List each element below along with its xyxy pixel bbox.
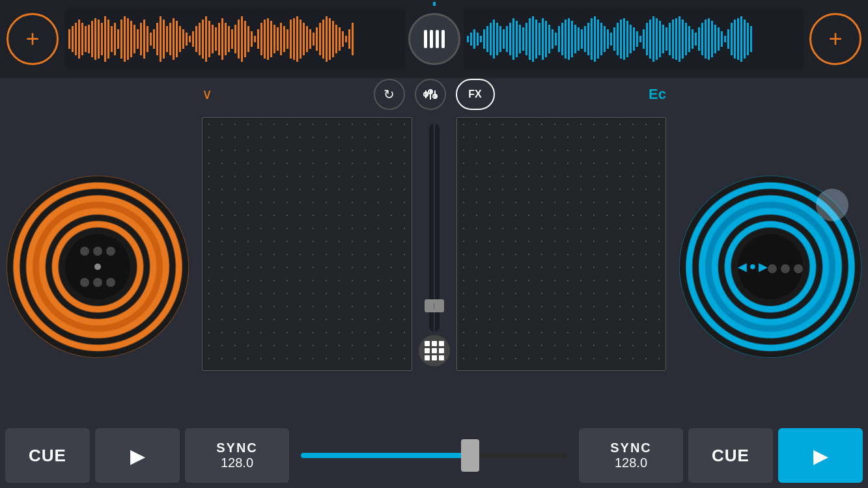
svg-rect-56 [247, 26, 249, 52]
svg-rect-3 [75, 23, 77, 55]
svg-rect-139 [626, 21, 628, 57]
turntable-right[interactable]: ◀ ● ▶ [673, 117, 868, 416]
svg-rect-168 [721, 31, 723, 47]
svg-rect-169 [724, 36, 726, 42]
sync-right-bpm: 128.0 [615, 455, 647, 470]
add-left-button[interactable]: + [7, 13, 59, 65]
sync-left-bpm: 128.0 [221, 455, 253, 470]
svg-rect-26 [150, 33, 152, 46]
svg-rect-106 [519, 25, 521, 53]
eq-pad-right[interactable] [456, 117, 667, 371]
svg-rect-152 [669, 23, 671, 55]
top-bar: + 003Next Level.mp3 0:00 [0, 0, 868, 78]
svg-rect-113 [542, 18, 544, 60]
svg-rect-126 [584, 26, 586, 52]
svg-rect-10 [98, 20, 100, 59]
svg-rect-39 [192, 31, 194, 47]
svg-rect-123 [574, 25, 576, 53]
crossfader-handle[interactable] [461, 439, 479, 472]
svg-rect-15 [114, 23, 116, 55]
svg-rect-6 [85, 26, 87, 52]
svg-rect-65 [277, 27, 279, 51]
svg-rect-52 [234, 25, 236, 53]
svg-rect-75 [309, 29, 311, 49]
svg-rect-40 [195, 26, 197, 52]
cue-right-button[interactable]: CUE [688, 428, 773, 483]
svg-rect-46 [215, 27, 217, 51]
svg-rect-57 [251, 31, 253, 47]
mixer [195, 111, 673, 423]
turntable-left[interactable] [0, 117, 195, 416]
play-pause-button[interactable] [408, 13, 460, 65]
svg-rect-146 [649, 20, 651, 59]
svg-rect-143 [639, 36, 641, 42]
fx-label: FX [468, 88, 481, 100]
svg-rect-37 [186, 33, 188, 46]
svg-rect-121 [568, 18, 570, 60]
svg-rect-47 [218, 23, 220, 55]
svg-rect-174 [740, 16, 742, 62]
svg-rect-177 [750, 26, 752, 52]
vinyl-right[interactable]: ◀ ● ▶ [679, 176, 861, 358]
svg-rect-11 [101, 23, 103, 55]
svg-rect-20 [130, 21, 132, 57]
svg-rect-43 [205, 16, 207, 62]
svg-rect-72 [300, 20, 301, 59]
plus-icon-left: + [25, 27, 39, 51]
svg-rect-48 [221, 18, 223, 60]
svg-rect-78 [319, 23, 321, 55]
svg-rect-131 [600, 23, 602, 55]
crossfader-area [294, 428, 574, 483]
svg-rect-34 [176, 21, 178, 57]
svg-rect-159 [692, 29, 693, 49]
svg-rect-42 [202, 20, 204, 59]
cue-left-button[interactable]: CUE [5, 428, 90, 483]
svg-rect-88 [352, 23, 354, 55]
svg-rect-18 [124, 16, 126, 62]
volume-fader-handle[interactable] [425, 299, 444, 312]
svg-rect-14 [111, 26, 113, 52]
svg-rect-144 [643, 29, 645, 49]
crossfader-track [301, 453, 567, 458]
collapse-button[interactable]: ∨ [202, 86, 212, 103]
eq-pad-left[interactable] [202, 117, 412, 371]
play-right-button[interactable]: ▶ [778, 428, 863, 483]
waveform-svg-right [464, 13, 804, 65]
grid-view-button[interactable] [419, 335, 450, 366]
sync-left-button[interactable]: SYNC 128.0 [185, 428, 289, 483]
svg-rect-22 [137, 29, 139, 49]
svg-rect-12 [104, 16, 106, 62]
svg-rect-155 [679, 16, 680, 62]
vinyl-left[interactable] [7, 176, 189, 358]
svg-rect-137 [620, 20, 622, 59]
svg-rect-112 [539, 23, 540, 55]
eq-button[interactable] [415, 79, 446, 110]
loop-button[interactable]: ↻ [374, 79, 405, 110]
svg-rect-138 [623, 18, 625, 60]
svg-rect-90 [467, 36, 469, 42]
volume-fader[interactable] [429, 124, 440, 332]
svg-rect-135 [613, 27, 615, 51]
crossfader-fill [301, 453, 470, 458]
svg-rect-2 [72, 26, 74, 52]
play-left-button[interactable]: ▶ [95, 428, 180, 483]
fx-button[interactable]: FX [456, 79, 495, 110]
waveform-left[interactable]: 003Next Level.mp3 0:00 [65, 10, 405, 68]
svg-rect-140 [630, 25, 632, 53]
play-left-icon: ▶ [130, 444, 145, 467]
svg-rect-108 [525, 23, 527, 55]
sync-left-label: SYNC [216, 441, 258, 455]
svg-rect-165 [711, 21, 713, 57]
svg-rect-98 [493, 20, 495, 59]
eq-icon [423, 87, 438, 102]
waveform-right[interactable]: 2:05 002Hold On (Julian Jordan Remix).mp… [464, 10, 804, 68]
svg-rect-24 [143, 20, 145, 59]
svg-rect-156 [682, 20, 684, 59]
sync-right-button[interactable]: SYNC 128.0 [579, 428, 683, 483]
svg-rect-9 [94, 18, 96, 60]
svg-rect-101 [503, 29, 505, 49]
svg-rect-129 [594, 16, 596, 62]
add-right-button[interactable]: + [809, 13, 861, 65]
svg-rect-31 [166, 26, 168, 52]
svg-rect-162 [701, 23, 703, 55]
